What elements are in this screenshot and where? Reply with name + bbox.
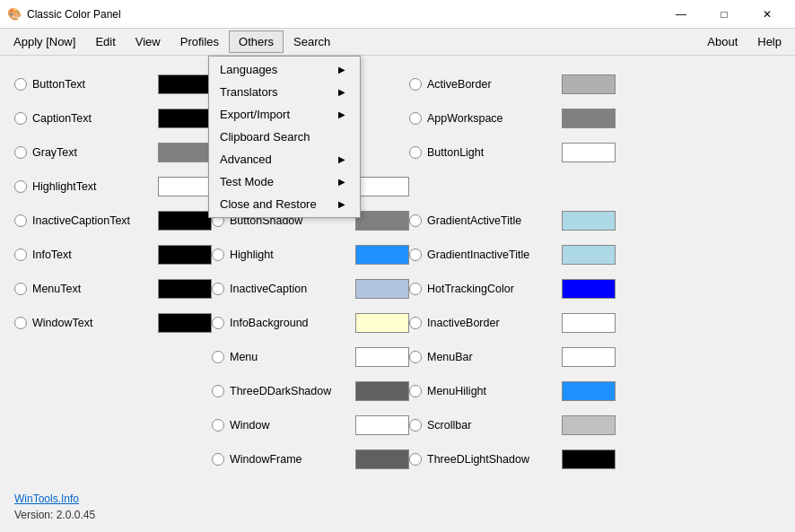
radio-inactiveborder[interactable] (409, 317, 422, 329)
color-swatch-inactivecaption[interactable] (355, 279, 409, 299)
radio-threedlightshadow[interactable] (409, 453, 422, 466)
color-label-activeborder: ActiveBorder (427, 78, 556, 91)
color-column-2: ActiveBorderAppWorkspaceButtonLightGradi… (409, 68, 616, 475)
radio-graytext[interactable] (14, 146, 27, 159)
color-swatch-hottrackingcolor[interactable] (562, 279, 616, 299)
color-label-infobackground: InfoBackground (230, 317, 350, 329)
radio-highlight[interactable] (212, 249, 224, 261)
radio-hottrackingcolor[interactable] (409, 283, 422, 295)
color-swatch-threedlightshadow[interactable] (562, 449, 616, 469)
radio-captiontext[interactable] (14, 112, 27, 125)
window-title: Classic Color Panel (27, 8, 660, 21)
maximize-button[interactable]: □ (703, 0, 745, 29)
submenu-arrow-icon: ▶ (329, 154, 345, 164)
color-row: InactiveCaption (212, 273, 409, 305)
radio-gradientactivetitle[interactable] (409, 214, 422, 227)
radio-threeddarkshadow[interactable] (212, 385, 224, 397)
dropdown-item-close-and-restore[interactable]: Close and Restore▶ (209, 193, 360, 215)
close-button[interactable]: ✕ (747, 0, 788, 29)
radio-menutext[interactable] (14, 283, 27, 295)
dropdown-item-languages[interactable]: Languages▶ (209, 58, 360, 81)
radio-buttontext[interactable] (14, 78, 27, 91)
color-grid: ButtonTextCaptionTextGrayTextHighlightTe… (14, 68, 781, 475)
radio-inactivecaptiontext[interactable] (14, 214, 27, 227)
color-label-inactiveborder: InactiveBorder (427, 317, 556, 329)
menu-item-profiles[interactable]: Profiles (170, 31, 229, 53)
menu-item-search[interactable]: Search (284, 31, 340, 53)
color-swatch-buttonhighlight[interactable] (355, 177, 409, 196)
radio-activeborder[interactable] (409, 78, 422, 91)
version-text: Version: 2.0.0.45 (14, 509, 95, 521)
menu-item-others[interactable]: Others (229, 31, 284, 53)
radio-buttonlight[interactable] (409, 146, 422, 159)
color-row: ThreeDDarkShadow (212, 375, 409, 407)
color-swatch-windowframe[interactable] (355, 449, 409, 469)
radio-window[interactable] (212, 419, 224, 432)
color-row: WindowFrame (212, 443, 409, 475)
color-swatch-scrollbar[interactable] (562, 415, 616, 435)
radio-appworkspace[interactable] (409, 112, 422, 125)
color-row: AppWorkspace (409, 102, 616, 135)
color-swatch-gradientinactivetitle[interactable] (562, 245, 616, 265)
color-label-threedlightshadow: ThreeDLightShadow (427, 453, 556, 466)
minimize-button[interactable]: — (660, 0, 702, 29)
color-swatch-menuhilight[interactable] (562, 381, 616, 401)
color-swatch-buttonlight[interactable] (562, 143, 616, 162)
radio-scrollbar[interactable] (409, 419, 422, 432)
color-swatch-window[interactable] (355, 415, 409, 435)
radio-windowtext[interactable] (14, 317, 27, 329)
color-swatch-inactivecaptiontext[interactable] (158, 211, 212, 231)
color-swatch-buttontext[interactable] (158, 74, 212, 94)
color-swatch-inactiveborder[interactable] (562, 313, 616, 333)
dropdown-item-advanced[interactable]: Advanced▶ (209, 148, 360, 170)
menu-item-view[interactable]: View (126, 31, 170, 53)
color-swatch-menutext[interactable] (158, 279, 212, 299)
color-swatch-gradientactivetitle[interactable] (562, 211, 616, 231)
color-swatch-threeddarkshadow[interactable] (355, 381, 409, 401)
color-row: GradientInactiveTitle (409, 239, 616, 271)
color-label-hottrackingcolor: HotTrackingColor (427, 283, 556, 295)
color-swatch-infotext[interactable] (158, 245, 212, 265)
color-label-windowtext: WindowText (32, 317, 153, 329)
color-label-appworkspace: AppWorkspace (427, 112, 556, 125)
dropdown-item-export/import[interactable]: Export/Import▶ (209, 103, 360, 126)
radio-highlighttext[interactable] (14, 180, 27, 193)
radio-infobackground[interactable] (212, 317, 224, 329)
color-swatch-graytext[interactable] (158, 143, 212, 162)
color-swatch-highlight[interactable] (355, 245, 409, 265)
color-label-highlighttext: HighlightText (32, 180, 153, 193)
submenu-arrow-icon: ▶ (329, 177, 345, 187)
radio-inactivecaption[interactable] (212, 283, 224, 295)
color-row: HighlightText (14, 170, 212, 203)
color-label-menuhilight: MenuHilight (427, 385, 556, 397)
color-label-inactivecaptiontext: InactiveCaptionText (32, 214, 153, 227)
color-row: ThreeDLightShadow (409, 443, 616, 475)
radio-menu[interactable] (212, 351, 224, 363)
dropdown-item-test-mode[interactable]: Test Mode▶ (209, 170, 360, 193)
color-swatch-buttonshadow[interactable] (355, 211, 409, 231)
radio-windowframe[interactable] (212, 453, 224, 466)
color-swatch-activeborder[interactable] (562, 74, 616, 94)
menu-item-about[interactable]: About (697, 31, 747, 53)
color-swatch-appworkspace[interactable] (562, 109, 616, 128)
radio-infotext[interactable] (14, 249, 27, 261)
color-swatch-infobackground[interactable] (355, 313, 409, 333)
dropdown-item-clipboard-search[interactable]: Clipboard Search (209, 126, 360, 148)
color-row: GradientActiveTitle (409, 205, 616, 237)
color-row: MenuText (14, 273, 212, 305)
radio-menuhilight[interactable] (409, 385, 422, 397)
menu-item-apply[interactable]: Apply [Now] (4, 31, 85, 53)
color-swatch-menubar[interactable] (562, 347, 616, 367)
color-swatch-windowtext[interactable] (158, 313, 212, 333)
menu-item-help[interactable]: Help (747, 31, 791, 53)
radio-gradientinactivetitle[interactable] (409, 249, 422, 261)
color-swatch-highlighttext[interactable] (158, 177, 212, 196)
radio-menubar[interactable] (409, 351, 422, 363)
submenu-arrow-icon: ▶ (329, 199, 345, 209)
dropdown-item-translators[interactable]: Translators▶ (209, 81, 360, 103)
color-swatch-menu[interactable] (355, 347, 409, 367)
wintools-link[interactable]: WinTools.Info (14, 493, 79, 505)
color-row: Highlight (212, 239, 409, 271)
menu-item-edit[interactable]: Edit (85, 31, 125, 53)
color-swatch-captiontext[interactable] (158, 109, 212, 128)
